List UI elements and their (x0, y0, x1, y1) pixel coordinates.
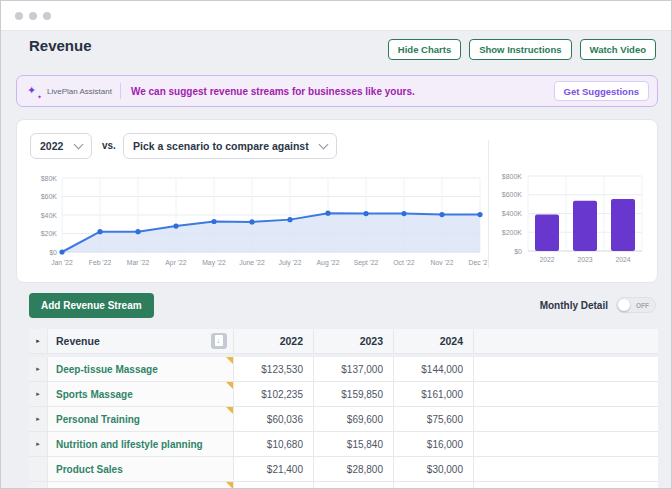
chevron-down-icon (319, 140, 329, 150)
add-revenue-stream-button[interactable]: Add Revenue Stream (29, 293, 154, 318)
get-suggestions-button[interactable]: Get Suggestions (554, 81, 649, 101)
download-arrow-icon: ↓ (217, 337, 221, 344)
chart-card-divider (488, 140, 489, 268)
column-header-2024[interactable]: 2024 (394, 329, 474, 353)
revenue-stream-name: Deep-tissue Massage (56, 364, 158, 375)
line-chart-xtick: Sept '22 (354, 259, 379, 267)
hide-charts-button[interactable]: Hide Charts (388, 39, 461, 60)
bar-2024 (611, 199, 635, 251)
line-chart-ytick: $60K (41, 193, 58, 200)
year-dropdown-value: 2022 (40, 140, 63, 152)
revenue-stream-name: Product Sales (56, 464, 123, 475)
line-chart-xtick: June '22 (239, 259, 265, 266)
app-window: Revenue Hide Charts Show Instructions Wa… (0, 0, 672, 489)
row-expand-caret[interactable]: ▸ (29, 482, 48, 489)
value-cell-2022[interactable]: $102,235 (234, 382, 314, 406)
assistant-banner: ✦✦ LivePlan Assistant We can suggest rev… (16, 75, 658, 107)
value-cell-2024[interactable]: $16,000 (394, 432, 474, 456)
row-name-cell[interactable]: Product Sales (48, 457, 234, 481)
row-expand-caret[interactable]: ▸ (29, 382, 48, 406)
sparkle-icon: ✦✦ (27, 84, 41, 98)
bar-chart-ytick: $200K (502, 229, 523, 236)
value-cell-2023[interactable]: $28,800 (314, 457, 394, 481)
row-expand-caret (29, 457, 48, 481)
row-expand-caret[interactable]: ▸ (29, 357, 48, 381)
value-cell-2024[interactable]: $128,000 (394, 482, 474, 489)
row-expand-caret[interactable]: ▸ (29, 407, 48, 431)
expand-all-caret[interactable]: ▸ (29, 329, 48, 353)
bar-chart-xtick: 2024 (615, 256, 630, 263)
bar-2023 (573, 201, 597, 251)
toggle-knob (618, 299, 630, 311)
value-cell-2024[interactable]: $161,000 (394, 382, 474, 406)
annual-revenue-bar-chart: $0$200K$400K$600K$800K202220232024 (492, 160, 656, 272)
row-expand-caret[interactable]: ▸ (29, 432, 48, 456)
assistant-message: We can suggest revenue streams for busin… (131, 86, 554, 97)
value-cell-2024[interactable]: $75,600 (394, 407, 474, 431)
table-row: ▸Membership Fees$72,000$120,000$128,000 (29, 482, 658, 489)
assistant-brand-label: LivePlan Assistant (47, 87, 112, 96)
bar-2022 (535, 214, 559, 251)
note-flag-icon (226, 482, 233, 489)
row-name-cell[interactable]: Membership Fees (48, 482, 234, 489)
revenue-stream-name: Personal Training (56, 414, 140, 425)
table-header-row: ▸ Revenue ↓ 2022 2023 2024 (29, 329, 658, 354)
value-cell-2024[interactable]: $144,000 (394, 357, 474, 381)
value-cell-2023[interactable]: $120,000 (314, 482, 394, 489)
value-cell-2023[interactable]: $15,840 (314, 432, 394, 456)
window-titlebar (1, 1, 671, 31)
value-cell-2023[interactable]: $159,850 (314, 382, 394, 406)
value-cell-2023[interactable]: $69,600 (314, 407, 394, 431)
monthly-detail-toggle[interactable]: OFF (616, 297, 656, 313)
line-chart-xtick: July '22 (279, 259, 302, 267)
scenario-dropdown-placeholder: Pick a scenario to compare against (133, 140, 309, 152)
bar-chart-ytick: $800K (502, 173, 523, 180)
line-chart-xtick: Aug '22 (317, 259, 340, 267)
revenue-table: ▸ Revenue ↓ 2022 2023 2024 ▸Deep-tissue … (29, 329, 658, 489)
row-filler (474, 482, 658, 489)
window-dot-1[interactable] (15, 12, 23, 20)
value-cell-2023[interactable]: $137,000 (314, 357, 394, 381)
row-name-cell[interactable]: Personal Training (48, 407, 234, 431)
table-body: ▸Deep-tissue Massage$123,530$137,000$144… (29, 357, 658, 489)
line-chart-xtick: Oct '22 (393, 259, 415, 266)
monthly-detail-control: Monthly Detail OFF (540, 297, 656, 313)
column-header-2023[interactable]: 2023 (314, 329, 394, 353)
table-row: Product Sales$21,400$28,800$30,000 (29, 457, 658, 482)
revenue-stream-name: Nutrition and lifestyle planning (56, 439, 203, 450)
row-name-cell[interactable]: Deep-tissue Massage (48, 357, 234, 381)
table-header-name-cell: Revenue ↓ (48, 329, 234, 353)
show-instructions-button[interactable]: Show Instructions (469, 39, 571, 60)
line-chart-ytick: $80K (41, 175, 58, 182)
value-cell-2022[interactable]: $21,400 (234, 457, 314, 481)
bar-chart-ytick: $400K (502, 210, 523, 217)
watch-video-button[interactable]: Watch Video (580, 39, 656, 60)
scenario-compare-dropdown[interactable]: Pick a scenario to compare against (123, 133, 337, 159)
page-title: Revenue (29, 37, 92, 54)
line-chart-xtick: Feb '22 (89, 259, 112, 266)
bar-chart-xtick: 2022 (539, 256, 554, 263)
row-name-cell[interactable]: Nutrition and lifestyle planning (48, 432, 234, 456)
line-chart-xtick: Mar '22 (127, 259, 150, 266)
value-cell-2022[interactable]: $10,680 (234, 432, 314, 456)
value-cell-2022[interactable]: $60,036 (234, 407, 314, 431)
row-filler (474, 457, 658, 481)
row-filler (474, 407, 658, 431)
year-dropdown[interactable]: 2022 (30, 133, 92, 159)
table-row: ▸Sports Massage$102,235$159,850$161,000 (29, 382, 658, 407)
row-name-cell[interactable]: Sports Massage (48, 382, 234, 406)
window-dot-3[interactable] (43, 12, 51, 20)
column-header-2022[interactable]: 2022 (234, 329, 314, 353)
export-icon[interactable]: ↓ (211, 333, 227, 349)
value-cell-2024[interactable]: $30,000 (394, 457, 474, 481)
revenue-stream-name: Sports Massage (56, 389, 133, 400)
bar-chart-ytick: $600K (502, 191, 523, 198)
chevron-down-icon (74, 140, 84, 150)
bar-chart-ytick: $0 (514, 248, 522, 255)
note-flag-icon (226, 407, 233, 414)
value-cell-2022[interactable]: $123,530 (234, 357, 314, 381)
window-dot-2[interactable] (29, 12, 37, 20)
table-header-label: Revenue (56, 335, 100, 347)
value-cell-2022[interactable]: $72,000 (234, 482, 314, 489)
toggle-state-label: OFF (636, 302, 649, 309)
